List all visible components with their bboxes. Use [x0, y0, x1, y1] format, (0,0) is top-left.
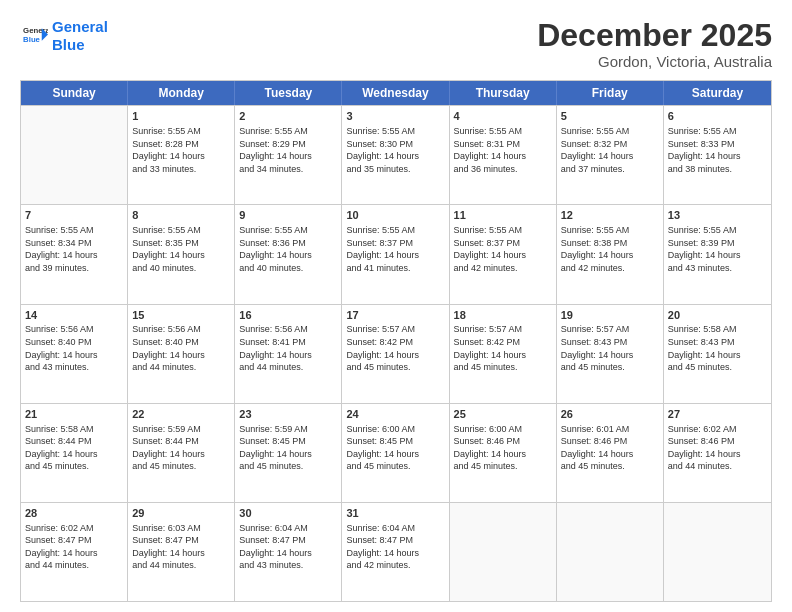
- day-number: 6: [668, 109, 767, 124]
- cal-cell-4-1: 21Sunrise: 5:58 AM Sunset: 8:44 PM Dayli…: [21, 404, 128, 502]
- day-number: 3: [346, 109, 444, 124]
- cell-info: Sunrise: 5:59 AM Sunset: 8:45 PM Dayligh…: [239, 423, 337, 473]
- calendar-body: 1Sunrise: 5:55 AM Sunset: 8:28 PM Daylig…: [21, 105, 771, 601]
- day-number: 22: [132, 407, 230, 422]
- cal-cell-1-5: 4Sunrise: 5:55 AM Sunset: 8:31 PM Daylig…: [450, 106, 557, 204]
- cell-info: Sunrise: 5:59 AM Sunset: 8:44 PM Dayligh…: [132, 423, 230, 473]
- cal-cell-4-2: 22Sunrise: 5:59 AM Sunset: 8:44 PM Dayli…: [128, 404, 235, 502]
- cell-info: Sunrise: 5:57 AM Sunset: 8:43 PM Dayligh…: [561, 323, 659, 373]
- week-row-2: 7Sunrise: 5:55 AM Sunset: 8:34 PM Daylig…: [21, 204, 771, 303]
- cal-cell-3-2: 15Sunrise: 5:56 AM Sunset: 8:40 PM Dayli…: [128, 305, 235, 403]
- cell-info: Sunrise: 6:04 AM Sunset: 8:47 PM Dayligh…: [346, 522, 444, 572]
- day-number: 5: [561, 109, 659, 124]
- week-row-3: 14Sunrise: 5:56 AM Sunset: 8:40 PM Dayli…: [21, 304, 771, 403]
- cal-cell-2-3: 9Sunrise: 5:55 AM Sunset: 8:36 PM Daylig…: [235, 205, 342, 303]
- cell-info: Sunrise: 5:57 AM Sunset: 8:42 PM Dayligh…: [346, 323, 444, 373]
- cell-info: Sunrise: 6:00 AM Sunset: 8:46 PM Dayligh…: [454, 423, 552, 473]
- logo-text: General Blue: [52, 18, 108, 54]
- main-title: December 2025: [537, 18, 772, 53]
- cal-cell-3-7: 20Sunrise: 5:58 AM Sunset: 8:43 PM Dayli…: [664, 305, 771, 403]
- day-number: 15: [132, 308, 230, 323]
- cell-info: Sunrise: 5:55 AM Sunset: 8:39 PM Dayligh…: [668, 224, 767, 274]
- cal-cell-5-5: [450, 503, 557, 601]
- cell-info: Sunrise: 5:55 AM Sunset: 8:31 PM Dayligh…: [454, 125, 552, 175]
- cal-cell-1-4: 3Sunrise: 5:55 AM Sunset: 8:30 PM Daylig…: [342, 106, 449, 204]
- cell-info: Sunrise: 5:56 AM Sunset: 8:41 PM Dayligh…: [239, 323, 337, 373]
- cal-cell-3-1: 14Sunrise: 5:56 AM Sunset: 8:40 PM Dayli…: [21, 305, 128, 403]
- day-number: 19: [561, 308, 659, 323]
- cell-info: Sunrise: 5:55 AM Sunset: 8:28 PM Dayligh…: [132, 125, 230, 175]
- cell-info: Sunrise: 5:55 AM Sunset: 8:33 PM Dayligh…: [668, 125, 767, 175]
- logo: General Blue General Blue: [20, 18, 108, 54]
- day-number: 10: [346, 208, 444, 223]
- cal-cell-4-7: 27Sunrise: 6:02 AM Sunset: 8:46 PM Dayli…: [664, 404, 771, 502]
- day-number: 28: [25, 506, 123, 521]
- cell-info: Sunrise: 6:00 AM Sunset: 8:45 PM Dayligh…: [346, 423, 444, 473]
- cal-cell-5-2: 29Sunrise: 6:03 AM Sunset: 8:47 PM Dayli…: [128, 503, 235, 601]
- header-day-thursday: Thursday: [450, 81, 557, 105]
- cal-cell-2-7: 13Sunrise: 5:55 AM Sunset: 8:39 PM Dayli…: [664, 205, 771, 303]
- cell-info: Sunrise: 5:55 AM Sunset: 8:34 PM Dayligh…: [25, 224, 123, 274]
- day-number: 12: [561, 208, 659, 223]
- header-day-tuesday: Tuesday: [235, 81, 342, 105]
- cell-info: Sunrise: 6:02 AM Sunset: 8:46 PM Dayligh…: [668, 423, 767, 473]
- cal-cell-1-1: [21, 106, 128, 204]
- cal-cell-5-3: 30Sunrise: 6:04 AM Sunset: 8:47 PM Dayli…: [235, 503, 342, 601]
- logo-line2: Blue: [52, 36, 85, 53]
- cal-cell-1-3: 2Sunrise: 5:55 AM Sunset: 8:29 PM Daylig…: [235, 106, 342, 204]
- day-number: 17: [346, 308, 444, 323]
- cal-cell-1-6: 5Sunrise: 5:55 AM Sunset: 8:32 PM Daylig…: [557, 106, 664, 204]
- cell-info: Sunrise: 6:02 AM Sunset: 8:47 PM Dayligh…: [25, 522, 123, 572]
- cal-cell-2-6: 12Sunrise: 5:55 AM Sunset: 8:38 PM Dayli…: [557, 205, 664, 303]
- cell-info: Sunrise: 6:01 AM Sunset: 8:46 PM Dayligh…: [561, 423, 659, 473]
- cal-cell-5-1: 28Sunrise: 6:02 AM Sunset: 8:47 PM Dayli…: [21, 503, 128, 601]
- cal-cell-4-3: 23Sunrise: 5:59 AM Sunset: 8:45 PM Dayli…: [235, 404, 342, 502]
- cal-cell-2-4: 10Sunrise: 5:55 AM Sunset: 8:37 PM Dayli…: [342, 205, 449, 303]
- cell-info: Sunrise: 5:55 AM Sunset: 8:35 PM Dayligh…: [132, 224, 230, 274]
- week-row-5: 28Sunrise: 6:02 AM Sunset: 8:47 PM Dayli…: [21, 502, 771, 601]
- cell-info: Sunrise: 6:03 AM Sunset: 8:47 PM Dayligh…: [132, 522, 230, 572]
- header-day-saturday: Saturday: [664, 81, 771, 105]
- cell-info: Sunrise: 5:57 AM Sunset: 8:42 PM Dayligh…: [454, 323, 552, 373]
- week-row-1: 1Sunrise: 5:55 AM Sunset: 8:28 PM Daylig…: [21, 105, 771, 204]
- day-number: 31: [346, 506, 444, 521]
- header: General Blue General Blue December 2025 …: [20, 18, 772, 70]
- day-number: 2: [239, 109, 337, 124]
- logo-icon: General Blue: [20, 22, 48, 50]
- cal-cell-5-4: 31Sunrise: 6:04 AM Sunset: 8:47 PM Dayli…: [342, 503, 449, 601]
- calendar: SundayMondayTuesdayWednesdayThursdayFrid…: [20, 80, 772, 602]
- logo-line1: General: [52, 18, 108, 35]
- cell-info: Sunrise: 5:55 AM Sunset: 8:30 PM Dayligh…: [346, 125, 444, 175]
- cell-info: Sunrise: 5:56 AM Sunset: 8:40 PM Dayligh…: [25, 323, 123, 373]
- cal-cell-4-5: 25Sunrise: 6:00 AM Sunset: 8:46 PM Dayli…: [450, 404, 557, 502]
- cal-cell-3-4: 17Sunrise: 5:57 AM Sunset: 8:42 PM Dayli…: [342, 305, 449, 403]
- day-number: 25: [454, 407, 552, 422]
- cal-cell-3-3: 16Sunrise: 5:56 AM Sunset: 8:41 PM Dayli…: [235, 305, 342, 403]
- day-number: 8: [132, 208, 230, 223]
- cell-info: Sunrise: 5:55 AM Sunset: 8:29 PM Dayligh…: [239, 125, 337, 175]
- week-row-4: 21Sunrise: 5:58 AM Sunset: 8:44 PM Dayli…: [21, 403, 771, 502]
- cal-cell-4-4: 24Sunrise: 6:00 AM Sunset: 8:45 PM Dayli…: [342, 404, 449, 502]
- header-day-monday: Monday: [128, 81, 235, 105]
- title-block: December 2025 Gordon, Victoria, Australi…: [537, 18, 772, 70]
- day-number: 26: [561, 407, 659, 422]
- day-number: 13: [668, 208, 767, 223]
- day-number: 30: [239, 506, 337, 521]
- cal-cell-1-2: 1Sunrise: 5:55 AM Sunset: 8:28 PM Daylig…: [128, 106, 235, 204]
- svg-text:Blue: Blue: [23, 35, 41, 44]
- page: General Blue General Blue December 2025 …: [0, 0, 792, 612]
- cell-info: Sunrise: 6:04 AM Sunset: 8:47 PM Dayligh…: [239, 522, 337, 572]
- day-number: 27: [668, 407, 767, 422]
- cal-cell-1-7: 6Sunrise: 5:55 AM Sunset: 8:33 PM Daylig…: [664, 106, 771, 204]
- cell-info: Sunrise: 5:56 AM Sunset: 8:40 PM Dayligh…: [132, 323, 230, 373]
- cal-cell-5-7: [664, 503, 771, 601]
- day-number: 1: [132, 109, 230, 124]
- day-number: 24: [346, 407, 444, 422]
- cell-info: Sunrise: 5:55 AM Sunset: 8:38 PM Dayligh…: [561, 224, 659, 274]
- cell-info: Sunrise: 5:58 AM Sunset: 8:44 PM Dayligh…: [25, 423, 123, 473]
- cal-cell-2-5: 11Sunrise: 5:55 AM Sunset: 8:37 PM Dayli…: [450, 205, 557, 303]
- cal-cell-3-5: 18Sunrise: 5:57 AM Sunset: 8:42 PM Dayli…: [450, 305, 557, 403]
- day-number: 18: [454, 308, 552, 323]
- header-day-friday: Friday: [557, 81, 664, 105]
- day-number: 4: [454, 109, 552, 124]
